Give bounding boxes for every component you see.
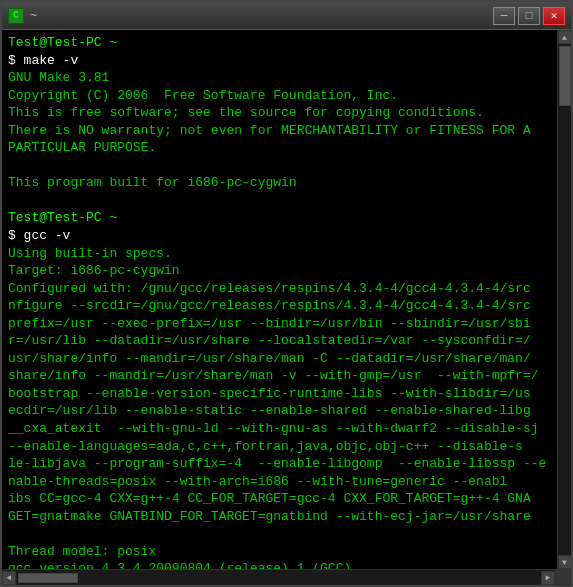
terminal-body: Test@Test-PC ~ $ make -v GNU Make 3.81 C… — [2, 30, 571, 569]
cmd-2: $ gcc -v — [8, 228, 70, 243]
output-line-14: r=/usr/lib --datadir=/usr/share --locals… — [8, 333, 531, 348]
cmd-1: $ make -v — [8, 53, 78, 68]
maximize-button[interactable]: □ — [518, 7, 540, 25]
terminal-content[interactable]: Test@Test-PC ~ $ make -v GNU Make 3.81 C… — [2, 30, 557, 569]
blank-2 — [8, 526, 16, 541]
output-line-15: usr/share/info --mandir=/usr/share/man -… — [8, 351, 531, 366]
title-text: ~ — [30, 9, 37, 23]
output-line-13: prefix=/usr --exec-prefix=/usr --bindir=… — [8, 316, 531, 331]
scroll-track[interactable] — [558, 44, 571, 555]
output-line-1: GNU Make 3.81 — [8, 70, 109, 85]
output-line-12: nfigure --srcdir=/gnu/gcc/releases/respi… — [8, 298, 531, 313]
minimize-button[interactable]: ─ — [493, 7, 515, 25]
output-line-9: Using built-in specs. — [8, 246, 172, 261]
blank-1 — [8, 193, 16, 208]
output-line-19: __cxa_atexit --with-gnu-ld --with-gnu-as… — [8, 421, 539, 436]
title-bar: C ~ ─ □ ✕ — [2, 2, 571, 30]
scroll-up-button[interactable]: ▲ — [558, 30, 572, 44]
output-line-17: bootstrap --enable-version-specific-runt… — [8, 386, 531, 401]
scroll-down-button[interactable]: ▼ — [558, 555, 572, 569]
h-scroll-track[interactable] — [16, 572, 541, 584]
output-line-7: This program built for i686-pc-cygwin — [8, 175, 297, 190]
scroll-thumb[interactable] — [559, 46, 571, 106]
terminal-icon: C — [8, 8, 24, 24]
scroll-right-button[interactable]: ► — [541, 571, 555, 585]
output-line-23: ibs CC=gcc-4 CXX=g++-4 CC_FOR_TARGET=gcc… — [8, 491, 531, 506]
output-line-2: Copyright (C) 2006 Free Software Foundat… — [8, 88, 398, 103]
output-line-20: --enable-languages=ada,c,c++,fortran,jav… — [8, 439, 523, 454]
output-line-26: Thread model: posix — [8, 544, 156, 559]
output-line-27: gcc version 4.3.4 20090804 (release) 1 (… — [8, 561, 351, 569]
prompt-1: Test@Test-PC ~ — [8, 35, 117, 50]
title-bar-left: C ~ — [8, 8, 37, 24]
title-bar-buttons: ─ □ ✕ — [493, 7, 565, 25]
output-line-3: This is free software; see the source fo… — [8, 105, 484, 120]
bottom-bar: ◄ ► — [2, 569, 571, 585]
scroll-left-button[interactable]: ◄ — [2, 571, 16, 585]
output-line-21: le-libjava --program-suffix=-4 --enable-… — [8, 456, 546, 471]
output-line-11: Configured with: /gnu/gcc/releases/respi… — [8, 281, 531, 296]
output-line-22: nable-threads=posix --with-arch=i686 --w… — [8, 474, 507, 489]
terminal-window: C ~ ─ □ ✕ Test@Test-PC ~ $ make -v GNU M… — [0, 0, 573, 587]
output-line-4: There is NO warranty; not even for MERCH… — [8, 123, 531, 138]
h-scroll-thumb[interactable] — [18, 573, 78, 583]
output-line-10: Target: i686-pc-cygwin — [8, 263, 180, 278]
vertical-scrollbar[interactable]: ▲ ▼ — [557, 30, 571, 569]
horizontal-scrollbar[interactable]: ◄ ► — [2, 570, 555, 585]
close-button[interactable]: ✕ — [543, 7, 565, 25]
output-line-5: PARTICULAR PURPOSE. — [8, 140, 156, 155]
output-line-18: ecdir=/usr/lib --enable-static --enable-… — [8, 403, 531, 418]
prompt-2: Test@Test-PC ~ — [8, 210, 117, 225]
resize-corner — [555, 570, 571, 586]
output-line-16: share/info --mandir=/usr/share/man -v --… — [8, 368, 539, 383]
output-line-24: GET=gnatmake GNATBIND_FOR_TARGET=gnatbin… — [8, 509, 531, 524]
